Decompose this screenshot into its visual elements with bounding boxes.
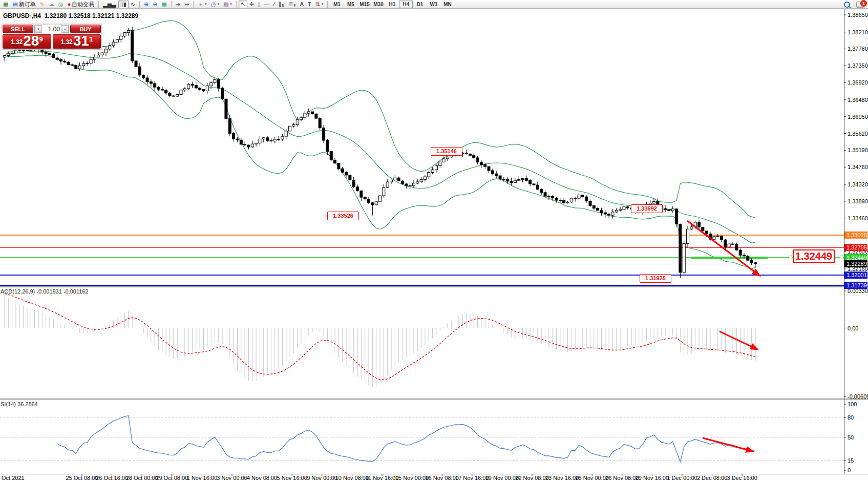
periods-button[interactable]: ◷▾	[209, 1, 221, 8]
support-price-annotation[interactable]: 1.32449	[793, 249, 835, 263]
new-order-icon: ▤	[12, 1, 17, 8]
candle-chart-button[interactable]: ▯▮	[118, 1, 129, 8]
chart-canvas[interactable]: 0.0033050.00-0.00609210080501501.386501.…	[0, 9, 868, 482]
time-axis[interactable]: Oct 202125 Oct 08:0026 Oct 16:0028 Oct 0…	[2, 474, 757, 481]
tile-windows-icon: ▦	[161, 1, 166, 8]
arrows-button[interactable]: ⇅▾	[313, 1, 326, 8]
toolbar-separator	[98, 1, 99, 8]
svg-text:11 Nov 16:00: 11 Nov 16:00	[366, 475, 399, 481]
price-annotation[interactable]: 1.33526	[327, 212, 359, 220]
text-label-button[interactable]: T	[306, 1, 313, 8]
signal-icon: ◎	[58, 1, 63, 8]
bar-chart-icon: ▂▅▃	[103, 1, 116, 8]
price-axis[interactable]: 1.386501.382101.377801.373501.369201.364…	[844, 12, 868, 289]
sell-price-pip: 9	[39, 35, 43, 43]
svg-text:28 Oct 00:00: 28 Oct 00:00	[126, 475, 158, 481]
volume-input[interactable]	[42, 25, 61, 33]
svg-text:29 Nov 16:00: 29 Nov 16:00	[636, 475, 669, 481]
timeframe-m30-button[interactable]: M30	[371, 1, 385, 8]
timeframe-d1-button[interactable]: D1	[413, 1, 427, 8]
pane-separators[interactable]	[0, 9, 868, 474]
svg-text:1.32001: 1.32001	[846, 272, 867, 278]
svg-text:1.32705: 1.32705	[846, 244, 867, 250]
vertical-line-button[interactable]: |	[256, 1, 262, 8]
timeframe-h1-button[interactable]: H1	[385, 1, 399, 8]
sell-price-prefix: 1.32	[11, 38, 23, 48]
cloud-button[interactable]: ☁	[47, 1, 56, 8]
svg-text:17 Nov 16:00: 17 Nov 16:00	[455, 475, 489, 481]
trend-arrow-price	[687, 221, 759, 276]
sell-button[interactable]: SELL	[3, 25, 33, 33]
chat-icon[interactable]: 1	[856, 2, 864, 8]
candlestick-series	[4, 27, 757, 278]
trend-arrow-rsi	[703, 438, 753, 451]
timeframe-mn-button[interactable]: MN	[440, 1, 454, 8]
svg-text:1.35190: 1.35190	[848, 147, 868, 153]
chart-shift-button[interactable]: ↦	[182, 1, 191, 8]
autotrading-icon: ●	[68, 1, 71, 8]
tile-windows-button[interactable]: ▦	[159, 1, 168, 8]
price-annotation[interactable]: 1.31925	[640, 274, 671, 283]
new-order-button[interactable]: ▤新订单	[10, 1, 37, 8]
svg-text:1.33460: 1.33460	[848, 215, 868, 221]
fibonacci-button[interactable]: ≣F	[286, 1, 298, 8]
trendline-button[interactable]: ∕	[271, 1, 277, 8]
vertical-line-icon: |	[258, 1, 260, 8]
bar-chart-button[interactable]: ▂▅▃	[101, 1, 118, 8]
autotrading-button[interactable]: ●自动交易	[66, 1, 97, 8]
svg-text:10 Nov 08:00: 10 Nov 08:00	[335, 475, 369, 481]
svg-text:1.33025: 1.33025	[846, 232, 867, 238]
svg-text:100: 100	[848, 401, 857, 407]
chart-shift-icon: ↦	[184, 1, 189, 8]
line-chart-button[interactable]: ∿	[129, 1, 137, 8]
toolbar: ▦▤新订单✎☁◎●自动交易▂▅▃▯▮∿⊕⊖▦⇥↦＋▾◷▾▨▾↖✛|—∕∥E≣FA…	[0, 0, 868, 9]
timeframe-w1-button[interactable]: W1	[427, 1, 440, 8]
buy-price-display[interactable]: 1.32311	[53, 34, 101, 49]
svg-text:22 Nov 08:00: 22 Nov 08:00	[515, 475, 548, 481]
templates-button[interactable]: ▨▾	[221, 1, 234, 8]
svg-text:1.34760: 1.34760	[848, 164, 868, 170]
zoom-in-button[interactable]: ⊕	[142, 1, 151, 8]
timeframe-m5-button[interactable]: M5	[344, 1, 357, 8]
price-annotation[interactable]: 1.33692	[631, 204, 663, 213]
timeframe-h4-button[interactable]: H4	[399, 1, 413, 8]
rsi-level-lines	[0, 417, 844, 460]
indicators-button[interactable]: ＋▾	[196, 1, 209, 8]
chevron-down-icon: ▾	[230, 2, 232, 6]
volume-increase-button[interactable]: ▴	[61, 25, 69, 33]
svg-text:3 Dec 16:00: 3 Dec 16:00	[727, 475, 757, 481]
periods-icon: ◷	[211, 1, 216, 8]
crayon-button[interactable]: ✎	[38, 1, 47, 8]
timeframe-m15-button[interactable]: M15	[357, 1, 371, 8]
candle-wicks	[5, 27, 755, 278]
text-button[interactable]: A	[298, 1, 306, 8]
svg-text:80: 80	[848, 414, 854, 421]
chevron-down-icon: ▾	[322, 2, 324, 6]
notification-badge: 1	[860, 0, 867, 7]
text-label-icon: T	[308, 1, 311, 8]
horizontal-line-button[interactable]: —	[262, 1, 271, 8]
cursor-button[interactable]: ↖	[239, 1, 247, 8]
signal-button[interactable]: ◎	[56, 1, 66, 8]
equidistant-channel-button[interactable]: ∥E	[277, 1, 286, 8]
auto-scroll-button[interactable]: ⇥	[174, 1, 182, 8]
price-annotation[interactable]: 1.35146	[431, 147, 462, 156]
trend-arrows[interactable]	[687, 221, 759, 451]
volume-decrease-button[interactable]: ▾	[35, 25, 42, 33]
crosshair-button[interactable]: ✛	[247, 1, 256, 8]
svg-text:26 Nov 08:00: 26 Nov 08:00	[605, 475, 639, 481]
rsi-line	[57, 416, 755, 462]
sell-price-display[interactable]: 1.32289	[3, 34, 51, 49]
search-icon[interactable]	[844, 2, 850, 8]
cursor-icon: ↖	[241, 1, 245, 8]
auto-scroll-icon: ⇥	[176, 1, 180, 8]
buy-button[interactable]: BUY	[70, 25, 101, 33]
svg-text:15 Nov 00:00: 15 Nov 00:00	[395, 475, 429, 481]
volume-stepper: ▾ ▴	[34, 25, 69, 33]
svg-text:Oct 2021: Oct 2021	[2, 475, 25, 481]
chevron-down-icon: ▾	[205, 2, 207, 6]
horizontal-level-lines[interactable]	[0, 235, 844, 285]
zoom-out-button[interactable]: ⊖	[151, 1, 159, 8]
timeframe-m1-button[interactable]: M1	[330, 1, 344, 8]
new-chart-button[interactable]: ▦	[1, 1, 10, 8]
